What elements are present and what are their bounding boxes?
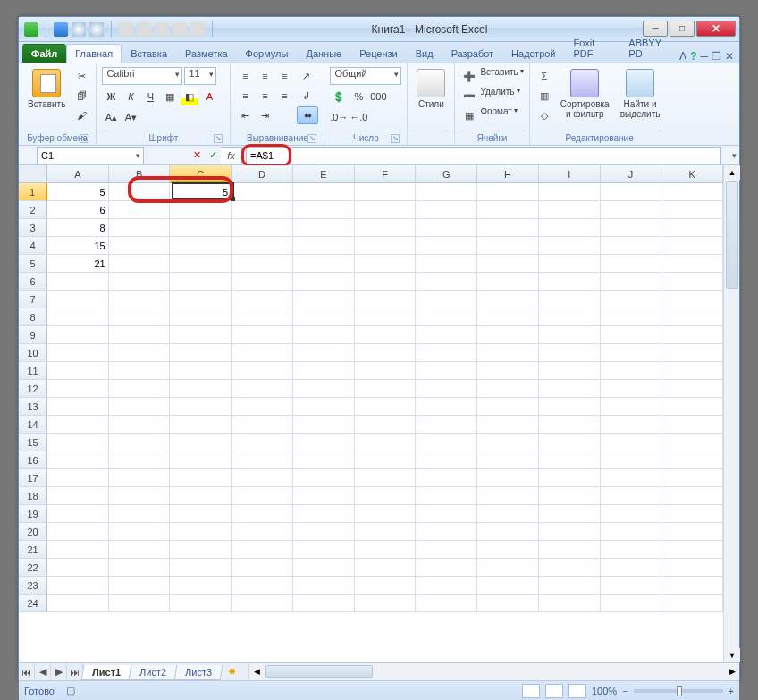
cell-B17[interactable] — [109, 469, 171, 487]
cell-D18[interactable] — [232, 487, 293, 505]
cell-H3[interactable] — [477, 219, 539, 237]
cell-E14[interactable] — [293, 416, 355, 434]
percent-button[interactable]: % — [350, 88, 367, 105]
horizontal-scrollbar[interactable]: ◀ ▶ — [248, 663, 739, 680]
cell-K4[interactable] — [661, 237, 723, 255]
fill-color-button[interactable]: ◧ — [181, 88, 198, 105]
row-header-22[interactable]: 22 — [19, 559, 47, 577]
border-button[interactable]: ▦ — [161, 88, 179, 105]
cell-C15[interactable] — [170, 434, 232, 451]
cell-D21[interactable] — [232, 541, 293, 559]
underline-button[interactable]: Ч — [141, 88, 159, 105]
row-header-8[interactable]: 8 — [19, 308, 47, 326]
cell-H7[interactable] — [477, 291, 539, 308]
sheet-tab-Лист3[interactable]: Лист3 — [174, 665, 223, 680]
cell-G19[interactable] — [416, 505, 477, 523]
cell-D1[interactable] — [232, 183, 293, 201]
cell-C5[interactable] — [170, 255, 232, 273]
dialog-launcher[interactable]: ↘ — [391, 134, 400, 143]
view-layout-button[interactable] — [545, 684, 563, 698]
cell-I5[interactable] — [539, 255, 601, 273]
tab-формулы[interactable]: Формулы — [237, 44, 298, 63]
scroll-down-button[interactable]: ▼ — [724, 648, 740, 662]
cell-E24[interactable] — [293, 595, 355, 612]
row-header-14[interactable]: 14 — [19, 416, 47, 434]
sort-filter-button[interactable]: Сортировка и фильтр — [557, 67, 613, 121]
styles-button[interactable]: Стили — [413, 67, 449, 111]
cell-C9[interactable] — [170, 326, 232, 344]
cell-G8[interactable] — [416, 308, 477, 326]
cell-K24[interactable] — [661, 595, 723, 612]
tab-вид[interactable]: Вид — [407, 44, 442, 63]
cell-E15[interactable] — [293, 434, 355, 451]
cell-A23[interactable] — [47, 577, 109, 595]
cell-C21[interactable] — [170, 541, 232, 559]
undo-icon[interactable] — [72, 22, 86, 37]
cell-G22[interactable] — [416, 559, 477, 577]
bold-button[interactable]: Ж — [102, 88, 120, 105]
enter-formula-icon[interactable]: ✓ — [205, 149, 221, 161]
insert-cells-button[interactable]: ➕Вставить▾ — [460, 67, 523, 85]
cell-K23[interactable] — [661, 577, 723, 595]
worksheet-grid[interactable]: ABCDEFGHIJK 1234567891011121314151617181… — [19, 165, 739, 662]
cell-J23[interactable] — [601, 577, 662, 595]
currency-button[interactable]: 💲 — [330, 88, 348, 105]
cell-J8[interactable] — [601, 308, 662, 326]
cell-I20[interactable] — [539, 523, 601, 541]
col-header-K[interactable]: K — [661, 165, 723, 183]
cell-A1[interactable]: 5 — [47, 183, 109, 201]
align-mid-button[interactable]: ≡ — [256, 67, 274, 85]
sheet-first-button[interactable]: ⏮ — [19, 663, 35, 680]
cell-A14[interactable] — [47, 416, 109, 434]
cell-F20[interactable] — [355, 523, 417, 541]
cell-E8[interactable] — [293, 308, 355, 326]
cell-H23[interactable] — [477, 577, 539, 595]
cell-D5[interactable] — [232, 255, 293, 273]
cell-D4[interactable] — [232, 237, 293, 255]
cell-H17[interactable] — [477, 469, 539, 487]
cell-K22[interactable] — [661, 559, 723, 577]
cell-I12[interactable] — [539, 380, 601, 398]
cell-F10[interactable] — [355, 344, 417, 362]
row-header-1[interactable]: 1 — [19, 183, 47, 201]
fill-handle[interactable] — [231, 197, 235, 201]
cell-C24[interactable] — [170, 595, 232, 612]
col-header-I[interactable]: I — [539, 165, 601, 183]
zoom-in-button[interactable]: + — [729, 686, 734, 696]
cell-J1[interactable] — [601, 183, 662, 201]
cell-E9[interactable] — [293, 326, 355, 344]
cell-B23[interactable] — [109, 577, 171, 595]
sheet-tab-Лист2[interactable]: Лист2 — [129, 665, 178, 680]
cell-E16[interactable] — [293, 451, 355, 469]
cell-A13[interactable] — [47, 398, 109, 416]
cell-E18[interactable] — [293, 487, 355, 505]
cell-J14[interactable] — [601, 416, 662, 434]
cell-G12[interactable] — [416, 380, 477, 398]
row-header-6[interactable]: 6 — [19, 273, 47, 291]
cell-D6[interactable] — [232, 273, 293, 291]
cell-H24[interactable] — [477, 595, 539, 612]
cell-K7[interactable] — [661, 291, 723, 308]
cell-F7[interactable] — [355, 291, 417, 308]
clear-button[interactable]: ◇ — [535, 106, 553, 124]
cell-C12[interactable] — [170, 380, 232, 398]
cell-B6[interactable] — [109, 273, 171, 291]
view-normal-button[interactable] — [522, 684, 540, 698]
name-box[interactable]: C1 — [37, 147, 144, 164]
cell-E7[interactable] — [293, 291, 355, 308]
cut-icon[interactable]: ✂ — [72, 67, 90, 85]
row-header-7[interactable]: 7 — [19, 291, 47, 308]
cell-C20[interactable] — [170, 523, 232, 541]
cell-A11[interactable] — [47, 362, 109, 380]
cell-K14[interactable] — [661, 416, 723, 434]
qat-icon[interactable] — [119, 22, 133, 37]
font-color-button[interactable]: A — [200, 88, 218, 105]
row-header-3[interactable]: 3 — [19, 219, 47, 237]
qat-icon[interactable] — [173, 22, 187, 37]
row-header-9[interactable]: 9 — [19, 326, 47, 344]
merge-button[interactable]: ⬌ — [297, 106, 318, 124]
help-icon[interactable]: ? — [690, 50, 696, 63]
col-header-B[interactable]: B — [109, 165, 171, 183]
inc-decimal-button[interactable]: .0→ — [330, 108, 348, 126]
cell-H18[interactable] — [477, 487, 539, 505]
